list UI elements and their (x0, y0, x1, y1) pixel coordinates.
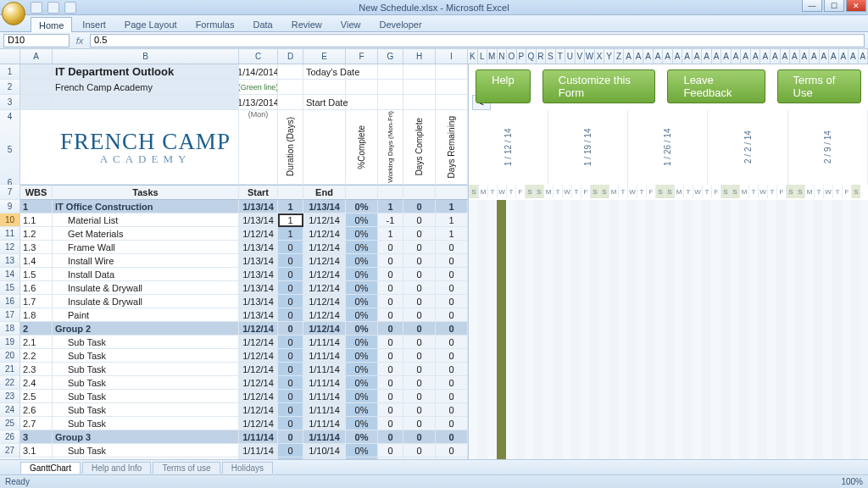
qat-redo-icon[interactable] (64, 2, 76, 14)
cell[interactable]: 1.4 (20, 254, 53, 268)
cell[interactable]: 0% (346, 430, 378, 444)
row-header[interactable]: 23 (0, 390, 20, 403)
cell[interactable]: 0 (378, 417, 403, 430)
cell[interactable]: 1/13/14 (303, 200, 346, 214)
cell[interactable]: 1/12/14 (303, 254, 346, 268)
cell[interactable]: 0 (436, 281, 468, 295)
cell[interactable]: 0 (378, 308, 403, 322)
cell[interactable]: 0 (436, 349, 468, 363)
cell[interactable]: 1/11/14 (303, 430, 346, 444)
cell[interactable]: 0 (403, 308, 436, 322)
row-header[interactable]: 1 (0, 64, 20, 80)
cell[interactable]: 1/13/14 (239, 308, 278, 322)
office-button[interactable] (2, 2, 25, 25)
cell[interactable]: Material List (53, 214, 239, 227)
cell[interactable]: 1/10/14 (303, 444, 346, 458)
column-header[interactable]: L (478, 49, 488, 64)
cell[interactable]: Group 3 (53, 430, 239, 444)
cell[interactable]: 1/13/14 (239, 254, 278, 268)
cell[interactable]: 1.6 (20, 281, 53, 295)
qat-undo-icon[interactable] (47, 2, 59, 14)
column-header[interactable]: A (643, 49, 654, 64)
row-header[interactable]: 19 (0, 336, 20, 349)
cell[interactable]: 0% (346, 295, 378, 308)
cell[interactable]: 1/12/14 (303, 214, 346, 227)
column-header[interactable]: Q (526, 49, 537, 64)
column-header[interactable]: X (595, 49, 605, 64)
cell[interactable]: 1/12/14 (303, 322, 346, 336)
cell[interactable]: 0 (378, 376, 403, 390)
cell[interactable]: 0 (403, 227, 436, 241)
cell[interactable]: 0% (346, 254, 378, 268)
cell[interactable]: 1/11/14 (303, 403, 346, 417)
row-header[interactable]: 12 (0, 241, 20, 254)
cell[interactable]: 0% (346, 227, 378, 241)
cell[interactable]: 0 (403, 281, 436, 295)
cell[interactable]: 0 (378, 336, 403, 349)
cell[interactable]: 0% (346, 349, 378, 363)
cell[interactable]: IT Office Construction (53, 200, 239, 214)
row-header[interactable]: 26 (0, 430, 20, 444)
cell[interactable]: 0 (403, 403, 436, 417)
cell[interactable]: 1 (278, 214, 303, 227)
cell[interactable]: 0 (278, 376, 303, 390)
cell[interactable]: 0 (403, 214, 436, 227)
column-header[interactable]: A (820, 49, 830, 64)
column-header[interactable]: A (839, 49, 849, 64)
cell[interactable]: 0 (403, 254, 436, 268)
cell[interactable]: 1/11/14 (239, 430, 278, 444)
column-header[interactable]: Z (615, 49, 625, 64)
cell[interactable]: 1 (278, 227, 303, 241)
cell[interactable]: 1/12/14 (303, 308, 346, 322)
select-all-corner[interactable] (0, 49, 20, 64)
cell[interactable]: Insulate & Drywall (53, 295, 239, 308)
cell[interactable]: 0% (346, 403, 378, 417)
column-header[interactable]: B (53, 49, 239, 64)
column-header[interactable]: A (712, 49, 722, 64)
sheet-tab[interactable]: Holidays (222, 462, 273, 474)
cell[interactable]: 0 (378, 349, 403, 363)
cell[interactable]: 1/11/14 (303, 349, 346, 363)
sheet-tab[interactable]: Terms of use (153, 462, 220, 474)
cell[interactable]: 1 (436, 200, 468, 214)
row-header[interactable]: 18 (0, 322, 20, 336)
cell[interactable]: 3 (20, 430, 53, 444)
column-header[interactable]: G (378, 49, 403, 64)
cell[interactable]: 0% (346, 336, 378, 349)
cell[interactable]: 0 (278, 322, 303, 336)
minimize-button[interactable]: — (802, 0, 822, 12)
row-header[interactable]: 3 (0, 95, 20, 110)
cell[interactable]: 1/11/14 (303, 336, 346, 349)
column-header[interactable]: W (585, 49, 595, 64)
cell[interactable]: 2.7 (20, 417, 53, 430)
cell[interactable]: 0% (346, 444, 378, 458)
terms-button[interactable]: Terms of Use (777, 69, 861, 103)
column-header[interactable]: A (800, 49, 810, 64)
cell[interactable]: 0 (436, 417, 468, 430)
cell[interactable]: 0 (378, 268, 403, 281)
cell[interactable]: Get Materials (53, 227, 239, 241)
cell[interactable]: 0 (378, 281, 403, 295)
cell[interactable]: 0 (378, 403, 403, 417)
cell[interactable]: 1/12/14 (303, 281, 346, 295)
formula-input[interactable]: 0.5 (90, 34, 865, 47)
row-header[interactable]: 9 (0, 200, 20, 214)
cell[interactable]: 2.5 (20, 390, 53, 403)
cell[interactable]: 0% (346, 308, 378, 322)
cell[interactable]: 1.8 (20, 308, 53, 322)
sheet-tab[interactable]: GanttChart (20, 462, 81, 474)
cell[interactable]: 3.1 (20, 444, 53, 458)
cell[interactable]: 0 (278, 308, 303, 322)
cell[interactable]: 0% (346, 268, 378, 281)
cell[interactable]: 1/12/14 (303, 268, 346, 281)
cell[interactable]: 0 (403, 417, 436, 430)
cell[interactable]: 0 (403, 322, 436, 336)
column-header[interactable]: A (624, 49, 634, 64)
zoom-level[interactable]: 100% (841, 477, 863, 486)
cell[interactable]: 1/12/14 (303, 241, 346, 254)
column-header[interactable]: K (468, 49, 478, 64)
cell[interactable]: 1 (436, 214, 468, 227)
column-header[interactable]: M (487, 49, 498, 64)
cell[interactable]: 0 (378, 295, 403, 308)
row-header[interactable]: 15 (0, 281, 20, 295)
